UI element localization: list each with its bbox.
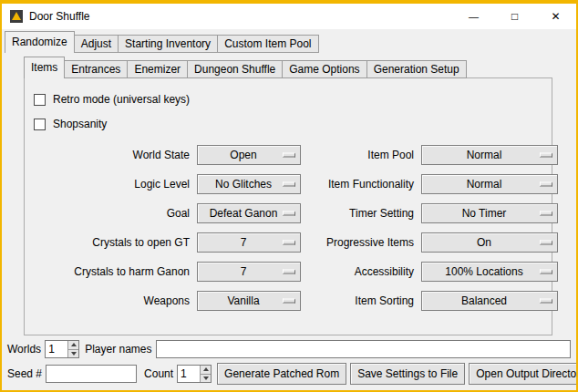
dropdown-value: No Timer xyxy=(462,207,507,220)
app-icon xyxy=(9,9,24,24)
count-input[interactable] xyxy=(178,366,200,382)
titlebar: Door Shuffle — □ ✕ xyxy=(2,4,576,29)
worlds-row: Worlds Player names xyxy=(7,340,571,358)
accessibility-dropdown[interactable]: 100% Locations xyxy=(421,262,558,282)
timer-setting-label: Timer Setting xyxy=(305,207,417,220)
player-names-label: Player names xyxy=(85,343,151,356)
tab-label: Custom Item Pool xyxy=(224,37,311,50)
worlds-down-button[interactable] xyxy=(68,349,78,358)
tab-entrances[interactable]: Entrances xyxy=(64,60,128,78)
count-stepper[interactable] xyxy=(177,365,212,383)
item-pool-label: Item Pool xyxy=(305,149,417,161)
count-up-button[interactable] xyxy=(201,366,211,374)
progressive-items-dropdown[interactable]: On xyxy=(421,232,558,253)
outer-tab-bar: Randomize Adjust Starting Inventory Cust… xyxy=(5,31,576,53)
dropdown-indicator-icon xyxy=(283,211,295,216)
dropdown-indicator-icon xyxy=(283,270,295,274)
tab-enemizer[interactable]: Enemizer xyxy=(127,60,188,78)
arrow-up-icon xyxy=(203,367,209,371)
dropdown-value: Normal xyxy=(467,178,502,191)
crystals-ganon-dropdown[interactable]: 7 xyxy=(197,262,301,282)
tab-dungeon-shuffle[interactable]: Dungeon Shuffle xyxy=(187,60,283,78)
dropdown-value: No Glitches xyxy=(215,178,272,191)
tab-label: Dungeon Shuffle xyxy=(194,63,275,76)
world-state-dropdown[interactable]: Open xyxy=(197,145,301,165)
tab-label: Adjust xyxy=(81,37,111,50)
dropdown-value: 7 xyxy=(241,236,247,249)
tab-starting-inventory[interactable]: Starting Inventory xyxy=(118,35,218,53)
tab-label: Randomize xyxy=(12,36,67,48)
footer: Worlds Player names Seed # Count xyxy=(2,335,576,390)
dropdown-indicator-icon xyxy=(540,211,552,216)
inner-tab-bar: Items Entrances Enemizer Dungeon Shuffle… xyxy=(24,57,576,78)
dropdown-value: 100% Locations xyxy=(445,265,522,278)
tab-items[interactable]: Items xyxy=(24,57,65,78)
worlds-label: Worlds xyxy=(7,343,41,356)
dropdown-value: Defeat Ganon xyxy=(210,207,278,220)
arrow-down-icon xyxy=(203,377,209,380)
tab-randomize[interactable]: Randomize xyxy=(5,31,75,53)
tab-game-options[interactable]: Game Options xyxy=(282,60,366,78)
dropdown-value: Normal xyxy=(467,149,502,161)
dropdown-indicator-icon xyxy=(283,153,295,158)
window-title: Door Shuffle xyxy=(29,10,453,23)
dropdown-indicator-icon xyxy=(283,299,295,304)
worlds-up-button[interactable] xyxy=(68,341,78,349)
open-output-directory-button[interactable]: Open Output Directory xyxy=(469,363,578,385)
dropdown-value: Open xyxy=(230,149,256,161)
timer-setting-dropdown[interactable]: No Timer xyxy=(421,203,558,223)
tab-custom-item-pool[interactable]: Custom Item Pool xyxy=(217,35,318,53)
dropdown-value: Balanced xyxy=(461,294,507,307)
arrow-down-icon xyxy=(71,352,77,356)
logic-level-dropdown[interactable]: No Glitches xyxy=(197,174,301,194)
crystals-gt-label: Crystals to open GT xyxy=(26,236,192,249)
logic-level-label: Logic Level xyxy=(26,178,192,191)
retro-mode-checkbox[interactable] xyxy=(34,94,46,106)
retro-mode-row: Retro mode (universal keys) xyxy=(34,90,550,108)
close-button[interactable]: ✕ xyxy=(535,4,576,29)
tab-label: Starting Inventory xyxy=(125,37,211,50)
dropdown-value: 7 xyxy=(241,265,247,278)
tab-adjust[interactable]: Adjust xyxy=(74,35,119,53)
dropdown-indicator-icon xyxy=(283,182,295,187)
close-icon: ✕ xyxy=(551,10,560,23)
accessibility-label: Accessibility xyxy=(305,265,417,278)
item-sorting-dropdown[interactable]: Balanced xyxy=(421,291,558,311)
goal-dropdown[interactable]: Defeat Ganon xyxy=(197,203,301,223)
seed-label: Seed # xyxy=(7,367,42,380)
app-window: Door Shuffle — □ ✕ Randomize Adjust Star… xyxy=(0,0,578,392)
worlds-stepper[interactable] xyxy=(45,340,79,358)
seed-input[interactable] xyxy=(46,365,137,383)
dropdown-indicator-icon xyxy=(540,270,552,274)
items-panel: Retro mode (universal keys) Shopsanity W… xyxy=(24,77,552,335)
item-sorting-label: Item Sorting xyxy=(305,294,417,307)
item-functionality-label: Item Functionality xyxy=(305,178,417,191)
dropdown-indicator-icon xyxy=(540,153,552,158)
tab-label: Entrances xyxy=(71,63,120,76)
seed-row: Seed # Count Generate Patched Rom Save S… xyxy=(7,363,571,385)
count-down-button[interactable] xyxy=(201,374,211,383)
tab-generation-setup[interactable]: Generation Setup xyxy=(366,60,467,78)
shopsanity-label: Shopsanity xyxy=(53,118,107,130)
worlds-input[interactable] xyxy=(46,341,67,357)
tab-label: Items xyxy=(31,61,57,74)
shopsanity-row: Shopsanity xyxy=(34,115,550,133)
crystals-gt-dropdown[interactable]: 7 xyxy=(197,232,301,253)
item-pool-dropdown[interactable]: Normal xyxy=(421,145,558,165)
dropdown-indicator-icon xyxy=(283,241,295,245)
save-settings-button[interactable]: Save Settings to File xyxy=(350,363,465,385)
dropdown-value: Vanilla xyxy=(227,294,259,307)
tab-label: Enemizer xyxy=(134,63,181,76)
crystals-ganon-label: Crystals to harm Ganon xyxy=(26,265,192,278)
shopsanity-checkbox[interactable] xyxy=(34,119,46,130)
weapons-dropdown[interactable]: Vanilla xyxy=(197,291,301,311)
generate-patched-rom-button[interactable]: Generate Patched Rom xyxy=(217,363,346,385)
retro-mode-label: Retro mode (universal keys) xyxy=(53,93,190,106)
player-names-input[interactable] xyxy=(156,340,572,358)
arrow-up-icon xyxy=(71,343,77,346)
item-functionality-dropdown[interactable]: Normal xyxy=(421,174,558,194)
weapons-label: Weapons xyxy=(26,294,192,307)
minimize-button[interactable]: — xyxy=(453,4,494,29)
maximize-button[interactable]: □ xyxy=(494,4,535,29)
count-stepper-arrows xyxy=(200,366,211,382)
